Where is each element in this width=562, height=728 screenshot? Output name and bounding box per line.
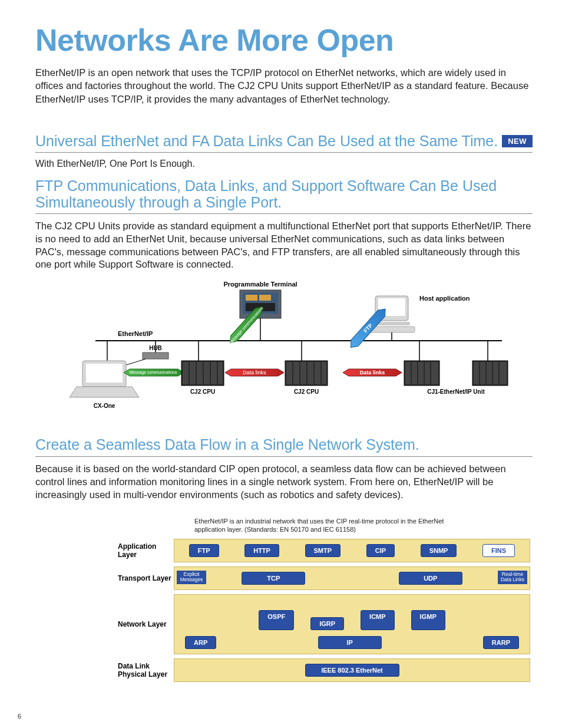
new-badge: NEW: [502, 135, 533, 147]
app-layer-label: Application Layer: [118, 539, 174, 562]
svg-rect-36: [204, 362, 210, 384]
proto-icmp: ICMP: [361, 610, 395, 630]
svg-rect-55: [474, 362, 479, 384]
section1-subtext: With EtherNet/IP, One Port Is Enough.: [35, 159, 533, 169]
transport-layer-label: Transport Layer: [118, 566, 174, 590]
proto-rarp: RARP: [483, 636, 519, 649]
page-title: Networks Are More Open: [35, 22, 533, 58]
proto-udp: UDP: [399, 572, 462, 585]
proto-cip: CIP: [366, 544, 395, 557]
svg-rect-49: [405, 362, 411, 384]
label-ethernet-ip: EtherNet/IP: [118, 330, 153, 337]
proto-http: HTTP: [244, 544, 279, 557]
proto-fins: FINS: [482, 544, 515, 557]
section2-body: The CJ2 CPU Units provide as standard eq…: [35, 220, 533, 271]
label-host-app: Host application: [419, 295, 470, 302]
tag-realtime: Real-time Data Links: [498, 571, 527, 584]
section3-body: Because it is based on the world-standar…: [35, 463, 533, 501]
svg-rect-34: [190, 362, 196, 384]
svg-rect-50: [412, 362, 417, 384]
section1-heading: Universal EtherNet and FA Data Links Can…: [35, 133, 498, 150]
svg-rect-44: [308, 362, 313, 384]
svg-rect-18: [143, 353, 168, 359]
section1-header-row: Universal EtherNet and FA Data Links Can…: [35, 133, 533, 153]
proto-tcp: TCP: [242, 572, 305, 585]
svg-rect-38: [218, 362, 223, 384]
svg-text:Message communications: Message communications: [130, 370, 177, 375]
tag-explicit: Explicit Messages: [177, 571, 206, 584]
stack-note: EtherNet/IP is an industrial network tha…: [194, 518, 454, 534]
datalink-layer-row: Data Link Physical Layer IEEE 802.3 Ethe…: [118, 658, 530, 682]
cj2-cpu-2-icon: CJ2 CPU: [285, 361, 328, 395]
svg-text:CJ2 CPU: CJ2 CPU: [190, 388, 215, 395]
network-diagram: Programmable Terminal Host application E…: [42, 279, 525, 415]
proto-ieee: IEEE 802.3 EtherNet: [305, 664, 399, 677]
svg-rect-56: [480, 362, 485, 384]
svg-rect-57: [487, 362, 492, 384]
svg-text:Data links: Data links: [360, 370, 385, 375]
app-layer-row: Application Layer FTP HTTP SMTP CIP SNMP…: [118, 539, 530, 562]
svg-rect-58: [493, 362, 498, 384]
svg-rect-59: [500, 362, 507, 384]
label-cx-one: CX-One: [94, 403, 115, 409]
svg-rect-37: [211, 362, 217, 384]
cj2-cpu-1-icon: CJ2 CPU: [181, 361, 224, 395]
svg-rect-43: [300, 362, 306, 384]
svg-rect-52: [425, 362, 430, 384]
label-hub: HUB: [149, 345, 162, 351]
section2-header-row: FTP Communications, Data Links, and Supp…: [35, 177, 533, 215]
svg-rect-33: [183, 362, 189, 384]
section2-heading: FTP Communications, Data Links, and Supp…: [35, 177, 513, 212]
svg-rect-53: [431, 362, 438, 384]
protocol-stack-diagram: EtherNet/IP is an industrial network tha…: [118, 518, 530, 682]
page-number: 6: [18, 713, 21, 720]
cj1-unit-1-icon: [404, 361, 439, 386]
svg-rect-41: [286, 362, 292, 384]
svg-rect-2: [246, 295, 257, 301]
cj1-unit-2-icon: [472, 361, 508, 386]
svg-rect-35: [197, 362, 203, 384]
svg-rect-45: [315, 362, 320, 384]
proto-smtp: SMTP: [305, 544, 341, 557]
network-layer-row: Network Layer OSPF IGRP ICMP IGMP ARP IP…: [118, 594, 530, 654]
svg-rect-3: [259, 295, 271, 301]
proto-ftp: FTP: [189, 544, 219, 557]
svg-text:CJ1-EtherNet/IP Unit: CJ1-EtherNet/IP Unit: [427, 388, 485, 395]
network-layer-label: Network Layer: [118, 594, 174, 654]
intro-paragraph: EtherNet/IP is an open network that uses…: [35, 66, 533, 106]
svg-text:Data links: Data links: [243, 370, 266, 375]
svg-rect-8: [369, 327, 415, 332]
proto-snmp: SNMP: [421, 544, 457, 557]
svg-rect-51: [418, 362, 424, 384]
svg-text:CJ2 CPU: CJ2 CPU: [294, 388, 319, 395]
svg-rect-42: [293, 362, 299, 384]
transport-layer-row: Transport Layer Explicit Messages TCP UD…: [118, 566, 530, 590]
label-prog-terminal: Programmable Terminal: [223, 281, 297, 288]
svg-rect-21: [86, 364, 123, 383]
datalink-layer-label: Data Link Physical Layer: [118, 658, 174, 682]
proto-igrp: IGRP: [310, 617, 344, 630]
proto-igmp: IGMP: [411, 610, 445, 630]
svg-rect-46: [322, 362, 326, 384]
section3-heading: Create a Seamless Data Flow in a Single …: [35, 436, 533, 457]
proto-ip: IP: [318, 636, 382, 649]
proto-arp: ARP: [185, 636, 216, 649]
proto-ospf: OSPF: [259, 610, 294, 630]
